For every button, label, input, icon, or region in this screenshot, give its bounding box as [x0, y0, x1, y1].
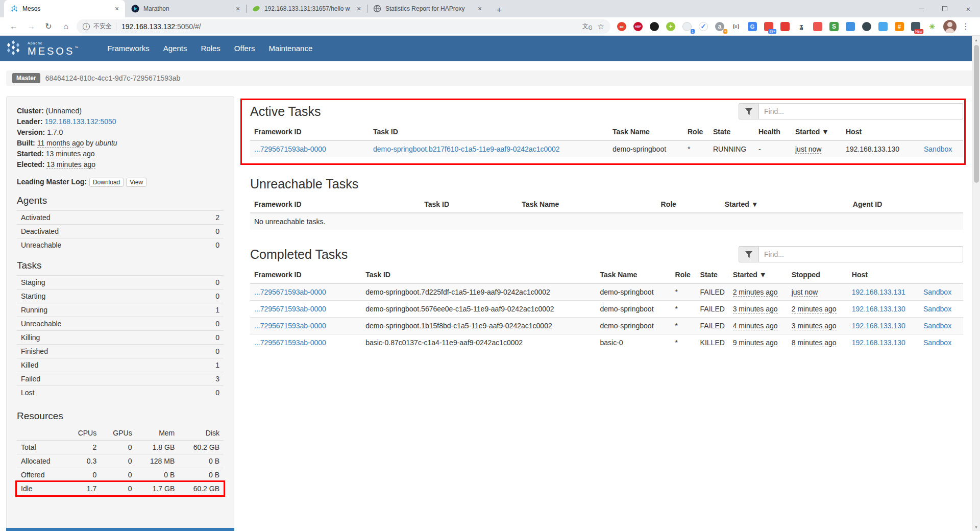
column-header[interactable]: Framework ID — [250, 267, 361, 283]
infinity-red-icon[interactable]: ∞ — [617, 21, 627, 32]
nav-item-offers[interactable]: Offers — [234, 44, 255, 53]
nav-links: FrameworksAgentsRolesOffersMaintenance — [93, 44, 312, 53]
sandbox-link[interactable]: Sandbox — [923, 322, 951, 330]
tab-close-icon[interactable]: × — [113, 5, 121, 13]
column-header[interactable]: Framework ID — [250, 196, 420, 213]
outline-char-icon[interactable]: ʓ — [796, 21, 806, 32]
column-header[interactable] — [920, 124, 963, 140]
filter-icon-button[interactable] — [739, 246, 759, 262]
column-header[interactable]: Task ID — [361, 267, 596, 283]
browser-tab[interactable]: Statistics Report for HAProxy× — [367, 0, 488, 17]
new-tab-button[interactable]: + — [492, 3, 506, 17]
maximize-window-button[interactable] — [933, 0, 957, 17]
penguin-black-icon[interactable] — [649, 21, 659, 32]
framework-id-link[interactable]: ...7295671593ab-0000 — [254, 339, 326, 347]
tab-close-icon[interactable]: × — [355, 5, 363, 13]
hui-red-icon[interactable] — [813, 21, 823, 32]
page-scrollbar[interactable]: ▲ ▼ — [972, 36, 980, 531]
host-link[interactable]: 192.168.133.130 — [852, 305, 905, 313]
column-header[interactable]: State — [696, 267, 729, 283]
sandbox-link[interactable]: Sandbox — [924, 145, 952, 153]
framework-id-link[interactable]: ...7295671593ab-0000 — [254, 145, 326, 153]
bookmark-star-icon[interactable]: ☆ — [598, 22, 604, 31]
column-header[interactable]: Host — [848, 267, 919, 283]
download-log-button[interactable]: Download — [89, 178, 124, 187]
cat-gray-icon[interactable]: 1 — [682, 21, 692, 32]
view-log-button[interactable]: View — [126, 178, 146, 187]
browser-menu-icon[interactable]: ⋮ — [962, 21, 970, 31]
framework-id-link[interactable]: ...7295671593ab-0000 — [254, 305, 326, 313]
mesos-logo[interactable]: Apache MESOS™ — [4, 39, 80, 58]
browser-tab[interactable]: Marathon× — [125, 0, 246, 17]
column-header[interactable]: Role — [657, 196, 721, 213]
scrollbar-down-arrow[interactable]: ▼ — [972, 523, 980, 531]
column-header[interactable]: Started ▼ — [729, 267, 788, 283]
completed-tasks-find-input[interactable] — [759, 246, 963, 262]
column-header[interactable]: Task Name — [608, 124, 683, 140]
back-icon[interactable]: ← — [7, 22, 20, 31]
translate-icon[interactable]: 文G — [582, 22, 593, 31]
host-cell: 192.168.133.130 — [848, 334, 919, 351]
column-header[interactable]: Host — [842, 124, 920, 140]
column-header[interactable]: Started ▼ — [791, 124, 842, 140]
sandbox-link[interactable]: Sandbox — [923, 339, 951, 347]
check-blue-icon[interactable]: ✓ — [698, 21, 708, 32]
snowflake-icon[interactable]: ✳ — [927, 21, 937, 32]
column-header[interactable]: Health — [754, 124, 791, 140]
column-header[interactable]: Role — [683, 124, 709, 140]
column-header[interactable]: Task Name — [596, 267, 671, 283]
host-link[interactable]: 192.168.133.130 — [852, 339, 905, 347]
address-bar[interactable]: i 不安全 192.168.133.132:5050/#/ 文G ☆ — [77, 19, 610, 34]
column-header[interactable]: Task ID — [369, 124, 608, 140]
column-header[interactable]: Started ▼ — [721, 196, 849, 213]
framework-id-link[interactable]: ...7295671593ab-0000 — [254, 288, 326, 296]
adblock-plus-icon[interactable]: ABP — [633, 21, 643, 32]
tab-close-icon[interactable]: × — [476, 5, 484, 13]
nav-item-frameworks[interactable]: Frameworks — [107, 44, 150, 53]
dark-globe-icon[interactable] — [862, 21, 872, 32]
host-link[interactable]: 192.168.133.131 — [852, 288, 905, 296]
framework-id-link[interactable]: ...7295671593ab-0000 — [254, 322, 326, 330]
nav-item-agents[interactable]: Agents — [163, 44, 187, 53]
column-header[interactable]: Task Name — [518, 196, 656, 213]
nav-item-roles[interactable]: Roles — [201, 44, 220, 53]
task-id-link[interactable]: demo-springboot.b217f610-c1a5-11e9-aaf9-… — [373, 145, 560, 153]
filter-icon-button[interactable] — [739, 103, 759, 119]
red-square-badge-icon[interactable]: 99+ — [764, 21, 774, 32]
home-icon[interactable]: ⌂ — [59, 22, 72, 31]
nav-item-maintenance[interactable]: Maintenance — [268, 44, 312, 53]
column-header[interactable]: State — [709, 124, 754, 140]
page-info-icon[interactable]: i — [83, 23, 90, 30]
sandbox-link[interactable]: Sandbox — [923, 305, 951, 313]
s-green-icon[interactable]: S — [829, 21, 839, 32]
minimize-window-button[interactable] — [910, 0, 933, 17]
blue-doc-icon[interactable] — [845, 21, 855, 32]
column-header[interactable]: Agent ID — [849, 196, 963, 213]
profile-avatar[interactable] — [943, 20, 957, 33]
close-window-button[interactable]: × — [957, 0, 980, 17]
leader-link[interactable]: 192.168.133.132:5050 — [44, 117, 116, 126]
new-badge-icon[interactable]: New — [911, 21, 921, 32]
column-header[interactable] — [919, 267, 963, 283]
gray-a-icon[interactable]: a+ — [715, 21, 725, 32]
paren-menu-icon[interactable]: (≡) — [731, 21, 741, 32]
grid-orange-icon[interactable]: # — [894, 21, 904, 32]
sandbox-link[interactable]: Sandbox — [923, 288, 951, 296]
zhekou-red-icon[interactable] — [780, 21, 790, 32]
column-header[interactable]: Stopped — [788, 267, 848, 283]
active-tasks-find-input[interactable] — [759, 103, 963, 119]
google-translate-icon[interactable]: G — [747, 21, 757, 32]
tab-close-icon[interactable]: × — [234, 5, 242, 13]
scrollbar-thumb[interactable] — [974, 45, 979, 183]
column-header[interactable]: Role — [671, 267, 696, 283]
browser-tab[interactable]: Mesos× — [4, 0, 125, 17]
browser-tab[interactable]: 192.168.133.131:31657/hello w× — [246, 0, 367, 17]
column-header[interactable]: Framework ID — [250, 124, 369, 140]
refresh-icon[interactable]: ↻ — [42, 21, 55, 31]
host-link[interactable]: 192.168.133.130 — [852, 322, 905, 330]
chat-blue-icon[interactable] — [878, 21, 888, 32]
scrollbar-up-arrow[interactable]: ▲ — [972, 36, 980, 44]
forward-icon[interactable]: → — [24, 22, 38, 31]
column-header[interactable]: Task ID — [420, 196, 518, 213]
green-plus-icon[interactable]: + — [666, 21, 676, 32]
